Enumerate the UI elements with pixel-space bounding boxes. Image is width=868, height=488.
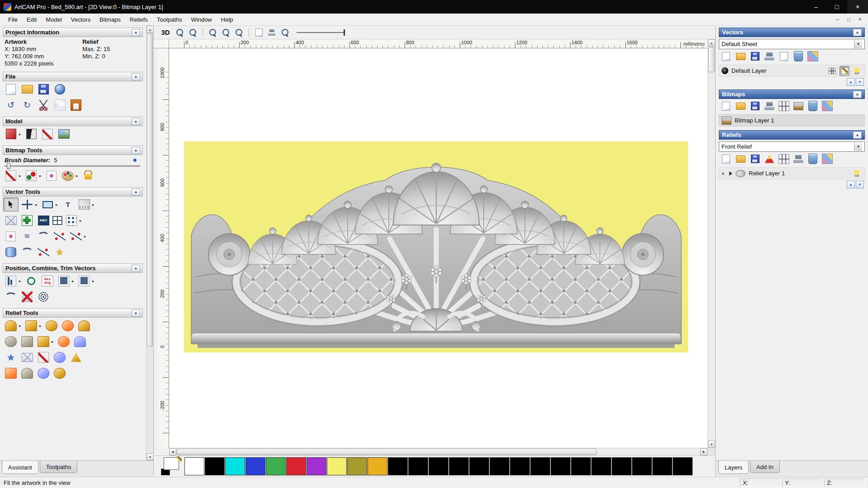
envelope-distort-button[interactable]	[3, 213, 19, 227]
texture-relief-flyout-icon[interactable]	[52, 339, 56, 344]
block-copy-button[interactable]	[56, 274, 71, 288]
color-swatch-13[interactable]	[449, 457, 469, 475]
menu-vectors[interactable]: Vectors	[66, 14, 95, 25]
delete-vector-layer-button[interactable]	[792, 50, 805, 62]
color-swatch-6[interactable]	[307, 457, 326, 475]
palette-flyout-icon[interactable]	[76, 174, 80, 178]
move-relief-down-button[interactable]	[856, 181, 864, 188]
scroll-up-button[interactable]: ▲	[146, 26, 154, 33]
paste-button[interactable]	[68, 98, 84, 112]
flood-fill-button[interactable]	[80, 169, 96, 183]
paste-in-window-button[interactable]	[52, 216, 63, 225]
transform-vectors-button[interactable]	[19, 197, 35, 211]
spiral-button[interactable]	[36, 290, 51, 304]
color-swatch-1[interactable]	[205, 457, 225, 475]
current-colour-widget[interactable]	[160, 456, 183, 476]
measure-flyout-icon[interactable]	[92, 202, 96, 207]
snapshot-left-icon[interactable]	[253, 27, 265, 38]
pixel-edit-button[interactable]	[44, 169, 59, 183]
zoom-box-icon[interactable]	[207, 27, 219, 38]
relief-visibility-icon[interactable]	[852, 169, 862, 178]
dome-relief-button[interactable]	[52, 366, 67, 380]
node-editing-flyout-icon[interactable]	[84, 234, 88, 239]
collapse-bitmap-tools-button[interactable]	[132, 147, 140, 154]
texture-flow-button[interactable]	[52, 350, 67, 364]
import-model-button[interactable]	[52, 82, 67, 96]
paint-button[interactable]	[3, 169, 19, 183]
color-swatch-22[interactable]	[632, 457, 652, 475]
position-combine-trim-header[interactable]: Position, Combine, Trim Vectors	[3, 263, 143, 273]
block-copy-flyout-icon[interactable]	[72, 279, 76, 283]
import-vectors-button[interactable]	[763, 50, 776, 62]
snap-layer-icon[interactable]	[827, 66, 837, 76]
subtract-relief-button[interactable]	[76, 319, 92, 333]
relief-layer-options-button[interactable]	[821, 153, 834, 165]
arc-tool-button[interactable]	[19, 245, 35, 259]
open-bitmap-layer-button[interactable]	[734, 100, 747, 112]
model-flyout-icon[interactable]	[19, 132, 23, 136]
edit-layer-icon[interactable]	[840, 66, 849, 76]
model-section-header[interactable]: Model	[3, 117, 143, 126]
new-model-button[interactable]	[3, 82, 19, 96]
collapse-vectors-button[interactable]	[853, 29, 862, 36]
bitmap-tools-header[interactable]: Bitmap Tools	[3, 145, 143, 155]
document-viewport[interactable]	[169, 48, 708, 448]
color-swatch-7[interactable]	[327, 457, 347, 475]
bitmap-layer-options-button[interactable]	[821, 100, 834, 112]
menu-help[interactable]: Help	[217, 14, 238, 25]
relief-pyramid-button[interactable]	[763, 153, 776, 165]
scroll-down-button[interactable]: ▼	[146, 453, 154, 460]
file-section-header[interactable]: File	[3, 72, 143, 81]
measure-button[interactable]	[76, 197, 92, 211]
cut-button[interactable]	[36, 98, 51, 112]
reliefs-section-header[interactable]: Reliefs	[719, 130, 865, 140]
zoom-fit-icon[interactable]	[220, 27, 232, 38]
vector-layer-row[interactable]: Default Layer	[719, 65, 865, 77]
snapshot-right-icon[interactable]	[266, 27, 278, 38]
export-vectors-button[interactable]	[777, 50, 791, 62]
rotate-copy-flyout-icon[interactable]	[92, 279, 96, 283]
smart-engraving-button[interactable]	[3, 334, 19, 348]
paint-flyout-icon[interactable]	[19, 174, 23, 178]
menu-edit[interactable]: Edit	[22, 14, 41, 25]
zoom-previous-icon[interactable]	[233, 27, 245, 38]
menu-toolpaths[interactable]: Toolpaths	[152, 14, 187, 25]
node-editing-button[interactable]	[68, 229, 84, 243]
two-rail-sweep-button[interactable]	[56, 334, 71, 348]
rectangle-flyout-icon[interactable]	[56, 202, 60, 207]
align-vectors-button[interactable]	[3, 274, 19, 288]
relief-layer-row[interactable]: Relief Layer 1	[719, 167, 865, 179]
new-vector-layer-button[interactable]	[719, 50, 733, 62]
free-smooth-button[interactable]	[19, 229, 35, 243]
vector-doctor-button[interactable]	[36, 245, 51, 259]
sculpting-button[interactable]	[44, 319, 59, 333]
collapse-position-button[interactable]	[132, 265, 140, 272]
create-text-button[interactable]: T	[60, 197, 75, 211]
preview-icon[interactable]	[279, 27, 291, 38]
mdi-minimize-button[interactable]: –	[836, 16, 839, 23]
create-rectangle-button[interactable]	[40, 197, 55, 211]
layer-visibility-icon[interactable]	[852, 66, 862, 76]
brush-diameter-slider[interactable]	[5, 165, 140, 167]
load-image-button[interactable]	[56, 127, 71, 141]
fit-arc-button[interactable]	[3, 290, 19, 304]
move-layer-down-button[interactable]	[856, 78, 864, 86]
vectors-section-header[interactable]: Vectors	[719, 28, 865, 37]
toggle-3d-view-button[interactable]: 3D	[158, 27, 173, 38]
rotate-copy-button[interactable]	[76, 274, 92, 288]
save-bitmap-layer-button[interactable]	[748, 100, 762, 112]
bitmap-effects-button[interactable]	[792, 100, 805, 112]
new-bitmap-layer-button[interactable]	[719, 100, 733, 112]
color-swatch-17[interactable]	[530, 457, 550, 475]
bitmaps-section-header[interactable]: Bitmaps	[719, 89, 865, 99]
merge-bitmap-button[interactable]	[777, 100, 791, 112]
nesting-button[interactable]: Nes ting	[40, 274, 55, 288]
copy-button[interactable]	[52, 98, 67, 112]
sheet-selector-arrow-icon[interactable]	[854, 40, 862, 48]
color-swatch-4[interactable]	[266, 457, 286, 475]
menu-window[interactable]: Window	[187, 14, 217, 25]
assistant-scrollbar[interactable]: ▲ ▼	[146, 26, 153, 460]
weave-wizard-button[interactable]	[19, 334, 35, 348]
relief-add-icon[interactable]	[722, 171, 726, 176]
smooth-relief-button[interactable]	[24, 319, 39, 333]
